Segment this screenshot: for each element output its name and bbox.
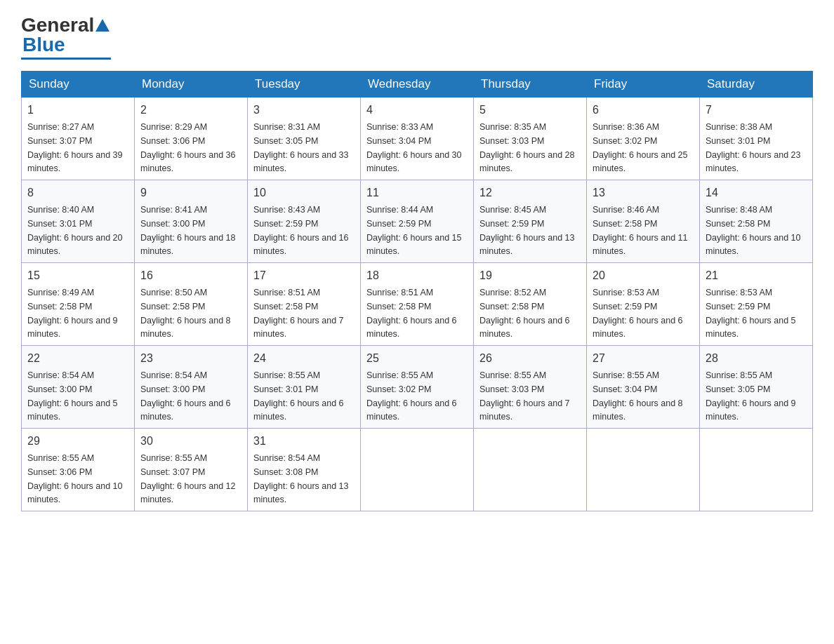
calendar-cell: 29Sunrise: 8:55 AMSunset: 3:06 PMDayligh… <box>22 429 135 511</box>
day-info: Sunrise: 8:50 AMSunset: 2:58 PMDaylight:… <box>140 288 231 339</box>
calendar-cell <box>700 429 813 511</box>
day-info: Sunrise: 8:31 AMSunset: 3:05 PMDaylight:… <box>253 122 349 173</box>
day-number: 13 <box>593 185 694 201</box>
calendar-cell: 18Sunrise: 8:51 AMSunset: 2:58 PMDayligh… <box>361 263 474 346</box>
day-number: 25 <box>366 350 468 367</box>
calendar-week-row: 29Sunrise: 8:55 AMSunset: 3:06 PMDayligh… <box>22 429 813 511</box>
day-info: Sunrise: 8:55 AMSunset: 3:06 PMDaylight:… <box>27 453 123 504</box>
day-info: Sunrise: 8:53 AMSunset: 2:59 PMDaylight:… <box>593 288 683 339</box>
day-info: Sunrise: 8:51 AMSunset: 2:58 PMDaylight:… <box>253 288 344 339</box>
calendar-cell: 31Sunrise: 8:54 AMSunset: 3:08 PMDayligh… <box>248 429 361 511</box>
day-info: Sunrise: 8:52 AMSunset: 2:58 PMDaylight:… <box>479 288 570 339</box>
weekday-header-tuesday: Tuesday <box>248 72 361 98</box>
calendar-cell: 15Sunrise: 8:49 AMSunset: 2:58 PMDayligh… <box>22 263 135 346</box>
day-info: Sunrise: 8:41 AMSunset: 3:00 PMDaylight:… <box>140 205 236 256</box>
logo-underline <box>21 58 111 60</box>
calendar-cell: 17Sunrise: 8:51 AMSunset: 2:58 PMDayligh… <box>248 263 361 346</box>
calendar-cell <box>361 429 474 511</box>
calendar-cell: 3Sunrise: 8:31 AMSunset: 3:05 PMDaylight… <box>248 98 361 180</box>
calendar-cell: 1Sunrise: 8:27 AMSunset: 3:07 PMDaylight… <box>22 98 135 180</box>
calendar-cell: 12Sunrise: 8:45 AMSunset: 2:59 PMDayligh… <box>474 180 587 263</box>
day-number: 18 <box>366 267 468 284</box>
day-info: Sunrise: 8:55 AMSunset: 3:07 PMDaylight:… <box>140 453 236 504</box>
day-number: 6 <box>593 102 694 119</box>
calendar-cell: 14Sunrise: 8:48 AMSunset: 2:58 PMDayligh… <box>700 180 813 263</box>
day-number: 24 <box>253 350 355 367</box>
day-number: 30 <box>140 433 241 450</box>
calendar-cell: 7Sunrise: 8:38 AMSunset: 3:01 PMDaylight… <box>700 98 813 180</box>
logo: General Blue <box>21 14 111 60</box>
weekday-header-wednesday: Wednesday <box>361 72 474 98</box>
day-number: 2 <box>140 102 241 119</box>
weekday-header-monday: Monday <box>135 72 248 98</box>
calendar-week-row: 1Sunrise: 8:27 AMSunset: 3:07 PMDaylight… <box>22 98 813 180</box>
day-number: 26 <box>479 350 581 367</box>
day-info: Sunrise: 8:48 AMSunset: 2:58 PMDaylight:… <box>706 205 801 256</box>
day-number: 4 <box>366 102 468 119</box>
day-number: 17 <box>253 267 355 284</box>
day-info: Sunrise: 8:55 AMSunset: 3:01 PMDaylight:… <box>253 370 344 422</box>
day-number: 19 <box>479 267 581 284</box>
page-header: General Blue <box>21 14 813 60</box>
weekday-header-row: SundayMondayTuesdayWednesdayThursdayFrid… <box>22 72 813 98</box>
calendar-cell: 24Sunrise: 8:55 AMSunset: 3:01 PMDayligh… <box>248 346 361 429</box>
day-number: 31 <box>253 433 355 450</box>
day-number: 21 <box>706 267 807 284</box>
day-info: Sunrise: 8:46 AMSunset: 2:58 PMDaylight:… <box>593 205 688 256</box>
day-number: 29 <box>27 433 128 450</box>
weekday-header-sunday: Sunday <box>22 72 135 98</box>
day-info: Sunrise: 8:49 AMSunset: 2:58 PMDaylight:… <box>27 288 118 339</box>
logo-triangle-icon <box>95 18 110 32</box>
day-number: 27 <box>593 350 694 367</box>
day-number: 1 <box>27 102 128 119</box>
day-number: 20 <box>593 267 694 284</box>
calendar-cell: 19Sunrise: 8:52 AMSunset: 2:58 PMDayligh… <box>474 263 587 346</box>
calendar-cell: 11Sunrise: 8:44 AMSunset: 2:59 PMDayligh… <box>361 180 474 263</box>
logo-blue-text: Blue <box>22 34 65 56</box>
day-number: 9 <box>140 185 241 201</box>
calendar-cell: 13Sunrise: 8:46 AMSunset: 2:58 PMDayligh… <box>587 180 700 263</box>
day-info: Sunrise: 8:54 AMSunset: 3:00 PMDaylight:… <box>140 370 231 422</box>
calendar-cell: 16Sunrise: 8:50 AMSunset: 2:58 PMDayligh… <box>135 263 248 346</box>
day-info: Sunrise: 8:54 AMSunset: 3:00 PMDaylight:… <box>27 370 118 422</box>
day-number: 14 <box>706 185 807 201</box>
calendar-cell: 20Sunrise: 8:53 AMSunset: 2:59 PMDayligh… <box>587 263 700 346</box>
weekday-header-thursday: Thursday <box>474 72 587 98</box>
calendar-cell: 22Sunrise: 8:54 AMSunset: 3:00 PMDayligh… <box>22 346 135 429</box>
calendar-cell: 25Sunrise: 8:55 AMSunset: 3:02 PMDayligh… <box>361 346 474 429</box>
calendar-cell: 23Sunrise: 8:54 AMSunset: 3:00 PMDayligh… <box>135 346 248 429</box>
day-info: Sunrise: 8:45 AMSunset: 2:59 PMDaylight:… <box>479 205 575 256</box>
svg-marker-0 <box>95 19 110 32</box>
day-info: Sunrise: 8:36 AMSunset: 3:02 PMDaylight:… <box>593 122 688 173</box>
day-number: 8 <box>27 185 128 201</box>
calendar-cell: 9Sunrise: 8:41 AMSunset: 3:00 PMDaylight… <box>135 180 248 263</box>
day-info: Sunrise: 8:55 AMSunset: 3:03 PMDaylight:… <box>479 370 570 422</box>
day-number: 5 <box>479 102 581 119</box>
calendar-cell <box>474 429 587 511</box>
day-number: 7 <box>706 102 807 119</box>
calendar-cell: 21Sunrise: 8:53 AMSunset: 2:59 PMDayligh… <box>700 263 813 346</box>
day-number: 28 <box>706 350 807 367</box>
day-info: Sunrise: 8:40 AMSunset: 3:01 PMDaylight:… <box>27 205 123 256</box>
calendar-cell: 6Sunrise: 8:36 AMSunset: 3:02 PMDaylight… <box>587 98 700 180</box>
calendar-cell: 4Sunrise: 8:33 AMSunset: 3:04 PMDaylight… <box>361 98 474 180</box>
calendar-cell: 30Sunrise: 8:55 AMSunset: 3:07 PMDayligh… <box>135 429 248 511</box>
day-info: Sunrise: 8:55 AMSunset: 3:04 PMDaylight:… <box>593 370 683 422</box>
calendar-cell <box>587 429 700 511</box>
weekday-header-saturday: Saturday <box>700 72 813 98</box>
calendar-cell: 26Sunrise: 8:55 AMSunset: 3:03 PMDayligh… <box>474 346 587 429</box>
day-number: 23 <box>140 350 241 367</box>
calendar-cell: 2Sunrise: 8:29 AMSunset: 3:06 PMDaylight… <box>135 98 248 180</box>
day-info: Sunrise: 8:55 AMSunset: 3:02 PMDaylight:… <box>366 370 457 422</box>
calendar-week-row: 22Sunrise: 8:54 AMSunset: 3:00 PMDayligh… <box>22 346 813 429</box>
day-number: 16 <box>140 267 241 284</box>
calendar-cell: 27Sunrise: 8:55 AMSunset: 3:04 PMDayligh… <box>587 346 700 429</box>
day-info: Sunrise: 8:43 AMSunset: 2:59 PMDaylight:… <box>253 205 349 256</box>
calendar-cell: 5Sunrise: 8:35 AMSunset: 3:03 PMDaylight… <box>474 98 587 180</box>
day-info: Sunrise: 8:33 AMSunset: 3:04 PMDaylight:… <box>366 122 462 173</box>
day-info: Sunrise: 8:44 AMSunset: 2:59 PMDaylight:… <box>366 205 462 256</box>
day-info: Sunrise: 8:51 AMSunset: 2:58 PMDaylight:… <box>366 288 457 339</box>
day-number: 22 <box>27 350 128 367</box>
weekday-header-friday: Friday <box>587 72 700 98</box>
day-info: Sunrise: 8:38 AMSunset: 3:01 PMDaylight:… <box>706 122 801 173</box>
